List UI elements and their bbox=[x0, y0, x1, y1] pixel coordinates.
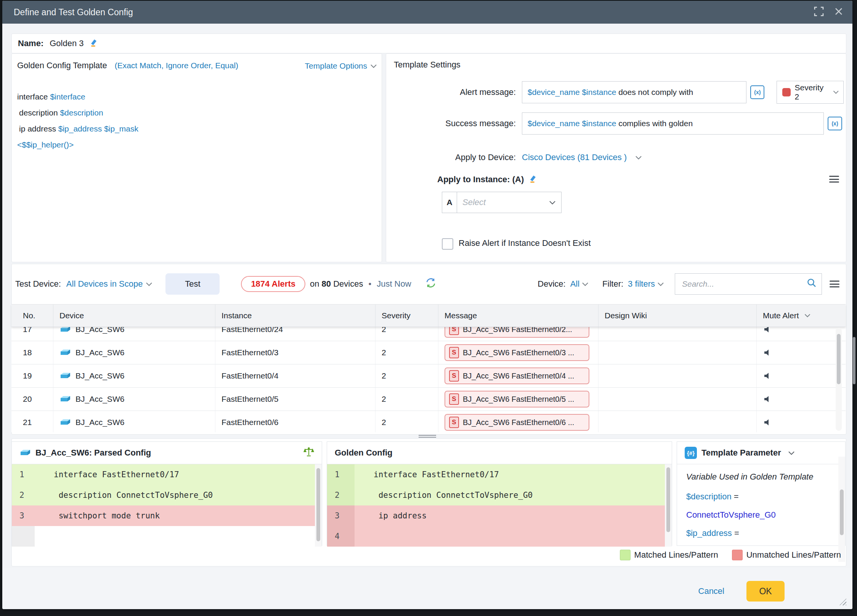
cell-severity: 2 bbox=[376, 341, 438, 364]
golden-config-panel: Golden Config 1interface FastEthernet0/1… bbox=[327, 441, 672, 546]
cell-message: S BJ_Acc_SW6 FastEthernet0/2... bbox=[438, 326, 599, 341]
alerts-count-badge[interactable]: 1874 Alerts bbox=[241, 276, 305, 292]
golden-scrollbar[interactable] bbox=[665, 464, 672, 547]
chevron-down-icon[interactable] bbox=[146, 282, 152, 286]
match-mode-link[interactable]: (Exact Match, Ignore Order, Equal) bbox=[115, 61, 238, 70]
template-line: <$$ip_helper()> bbox=[17, 137, 138, 153]
cancel-button[interactable]: Cancel bbox=[698, 586, 724, 596]
parameter-icon: {#} bbox=[685, 447, 697, 459]
diff-line: 1interface FastEthernet0/17 bbox=[327, 464, 672, 485]
close-icon[interactable] bbox=[834, 7, 843, 18]
table-scrollbar[interactable] bbox=[836, 328, 842, 431]
alert-type-icon: S bbox=[449, 326, 459, 335]
cell-mute bbox=[757, 364, 846, 387]
table-row[interactable]: 18 BJ_Acc_SW6 FastEthernet0/3 2 S BJ_Acc… bbox=[11, 341, 846, 364]
speaker-icon[interactable] bbox=[763, 326, 772, 334]
speaker-icon[interactable] bbox=[763, 395, 772, 404]
col-device: Device bbox=[53, 305, 215, 327]
parsed-scrollbar[interactable] bbox=[315, 464, 322, 547]
chevron-down-icon[interactable] bbox=[804, 314, 810, 318]
define-golden-config-dialog: Define and Test Golden Config Name: Gold… bbox=[2, 1, 852, 609]
cell-severity: 2 bbox=[376, 364, 438, 387]
alert-message-pill[interactable]: S BJ_Acc_SW6 FastEthernet0/4 ... bbox=[445, 367, 589, 384]
param-scrollbar[interactable] bbox=[838, 457, 845, 562]
cell-device: BJ_Acc_SW6 bbox=[53, 388, 215, 411]
template-options-button[interactable]: Template Options bbox=[305, 61, 377, 71]
device-filter-select[interactable]: All bbox=[570, 279, 579, 289]
edit-name-pencil-icon[interactable] bbox=[89, 38, 98, 49]
ok-button[interactable]: OK bbox=[746, 581, 785, 602]
alert-message-input[interactable]: $device_name $instance does not comply w… bbox=[522, 81, 746, 103]
cell-message: S BJ_Acc_SW6 FastEthernet0/3 ... bbox=[438, 341, 599, 364]
cell-instance: FastEthernet0/6 bbox=[215, 411, 376, 432]
alert-table-header: No. Device Instance Severity Message Des… bbox=[11, 304, 846, 327]
dialog-titlebar: Define and Test Golden Config bbox=[2, 1, 852, 24]
test-device-label: Test Device: bbox=[15, 279, 61, 289]
window-scrollbar-thumb[interactable] bbox=[853, 337, 855, 384]
instance-menu-icon[interactable] bbox=[829, 176, 839, 183]
search-icon[interactable] bbox=[806, 278, 817, 290]
cell-message: S BJ_Acc_SW6 FastEthernet0/5 ... bbox=[438, 388, 599, 411]
table-row[interactable]: 20 BJ_Acc_SW6 FastEthernet0/5 2 S BJ_Acc… bbox=[11, 388, 846, 411]
alert-message-pill[interactable]: S BJ_Acc_SW6 FastEthernet0/5 ... bbox=[445, 391, 589, 407]
speaker-icon[interactable] bbox=[763, 418, 772, 427]
cell-no: 18 bbox=[11, 341, 53, 364]
name-label: Name: bbox=[18, 38, 43, 48]
split-drag-handle[interactable] bbox=[419, 434, 436, 438]
alert-table-viewport: 17 BJ_Acc_SW6 FastEthernet0/24 2 S BJ_Ac… bbox=[11, 326, 846, 432]
speaker-icon[interactable] bbox=[763, 371, 772, 380]
cell-no: 17 bbox=[11, 326, 53, 341]
alert-type-icon: S bbox=[449, 417, 459, 428]
cell-message: S BJ_Acc_SW6 FastEthernet0/6 ... bbox=[438, 411, 599, 432]
table-menu-icon[interactable] bbox=[830, 281, 839, 287]
alert-message-pill[interactable]: S BJ_Acc_SW6 FastEthernet0/3 ... bbox=[445, 344, 589, 361]
template-editor[interactable]: interface $interface description $descri… bbox=[17, 89, 138, 153]
apply-to-device-value[interactable]: Cisco Devices (81 Devices ) bbox=[522, 152, 627, 162]
insert-variable-icon[interactable]: (x) bbox=[828, 117, 842, 130]
table-row[interactable]: 17 BJ_Acc_SW6 FastEthernet0/24 2 S BJ_Ac… bbox=[11, 326, 846, 341]
alert-message-pill[interactable]: S BJ_Acc_SW6 FastEthernet0/2... bbox=[445, 326, 589, 338]
raise-alert-checkbox[interactable] bbox=[442, 238, 453, 250]
chevron-down-icon[interactable] bbox=[788, 451, 795, 455]
param-heading: Variable Used in Golden Template bbox=[686, 472, 836, 482]
device-scope-select[interactable]: All Devices in Scope bbox=[66, 279, 143, 289]
instance-placeholder: Select bbox=[457, 192, 549, 213]
cell-mute bbox=[757, 326, 846, 341]
table-row[interactable]: 21 BJ_Acc_SW6 FastEthernet0/6 2 S BJ_Acc… bbox=[11, 411, 846, 432]
instance-select[interactable]: A Select bbox=[442, 192, 562, 213]
filter-select[interactable]: 3 filters bbox=[628, 279, 655, 289]
compare-scale-icon[interactable] bbox=[303, 447, 314, 459]
severity-color-chip bbox=[782, 88, 791, 96]
insert-variable-icon[interactable]: (x) bbox=[750, 85, 764, 99]
parsed-config-title: BJ_Acc_SW6: Parsed Config bbox=[35, 448, 151, 458]
alert-message-pill[interactable]: S BJ_Acc_SW6 FastEthernet0/6 ... bbox=[445, 414, 589, 431]
speaker-icon[interactable] bbox=[763, 348, 772, 357]
refresh-icon[interactable] bbox=[425, 277, 437, 291]
edit-instance-pencil-icon[interactable] bbox=[528, 174, 538, 185]
severity-select[interactable]: Severity 2 bbox=[777, 81, 844, 104]
instance-prefix: A bbox=[442, 192, 457, 213]
diff-line: 3 ip address bbox=[327, 505, 672, 526]
chevron-down-icon[interactable] bbox=[657, 282, 664, 286]
cell-no: 20 bbox=[11, 388, 53, 411]
table-row[interactable]: 19 BJ_Acc_SW6 FastEthernet0/4 2 S BJ_Acc… bbox=[11, 364, 846, 388]
success-message-label: Success message: bbox=[386, 119, 516, 128]
diff-line: 2 description ConnetctToVsphere_G0 bbox=[327, 485, 672, 505]
chevron-down-icon[interactable] bbox=[582, 282, 589, 286]
cell-device: BJ_Acc_SW6 bbox=[53, 341, 215, 364]
col-severity: Severity bbox=[376, 305, 438, 327]
chevron-down-icon[interactable] bbox=[635, 156, 642, 160]
cell-severity: 2 bbox=[376, 388, 438, 411]
param-value[interactable]: ConnetctToVsphere_G0 bbox=[686, 510, 836, 520]
test-button[interactable]: Test bbox=[165, 273, 220, 295]
success-message-input[interactable]: $device_name $instance complies with gol… bbox=[522, 112, 824, 135]
param-line: $description = bbox=[686, 492, 836, 502]
template-parameter-panel: {#} Template Parameter Variable Used in … bbox=[677, 441, 846, 546]
cell-severity: 2 bbox=[376, 411, 438, 432]
cell-mute bbox=[757, 388, 846, 411]
fullscreen-icon[interactable] bbox=[814, 6, 824, 18]
parsed-config-panel: BJ_Acc_SW6: Parsed Config 1interface Fas… bbox=[11, 441, 322, 546]
cell-mute bbox=[757, 411, 846, 432]
last-refreshed: Just Now bbox=[377, 279, 411, 289]
search-input[interactable] bbox=[681, 279, 806, 289]
